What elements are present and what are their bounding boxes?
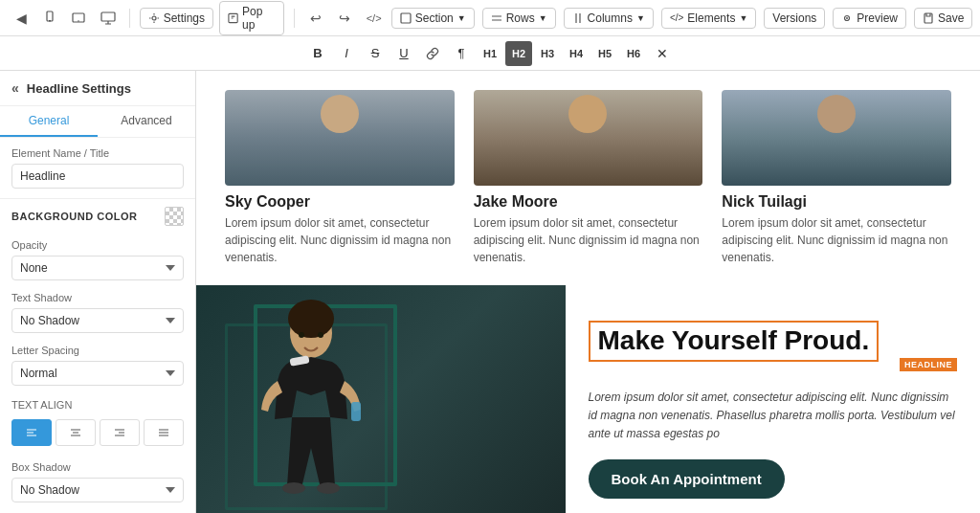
- align-right-button[interactable]: [100, 419, 140, 446]
- align-justify-button[interactable]: [144, 419, 184, 446]
- toolbar-left: ◀ Settings Pop up: [10, 1, 386, 35]
- tab-advanced[interactable]: Advanced: [98, 106, 195, 137]
- promo-body-text: Lorem ipsum dolor sit amet, consectetur …: [589, 389, 958, 444]
- italic-button[interactable]: I: [333, 41, 360, 66]
- element-name-input[interactable]: [11, 164, 184, 189]
- rows-button[interactable]: Rows ▼: [482, 8, 556, 29]
- tablet-view-button[interactable]: [67, 6, 90, 31]
- jake-photo: [474, 90, 703, 186]
- redo-button[interactable]: ↪: [333, 6, 356, 31]
- jake-bio: Lorem ipsum dolor sit amet, consectetur …: [474, 214, 703, 266]
- h1-button[interactable]: H1: [477, 41, 503, 66]
- format-toolbar: B I S U ¶ H1 H2 H3 H4 H5 H6 ✕: [0, 36, 980, 71]
- promo-headline-wrapper: Make Yourself Proud. HEADLINE: [589, 321, 958, 362]
- versions-button[interactable]: Versions: [764, 8, 825, 29]
- box-shadow-section: Box Shadow No Shadow: [0, 459, 195, 512]
- mobile-view-button[interactable]: [38, 6, 61, 31]
- book-appointment-button[interactable]: Book An Appointment: [589, 459, 785, 499]
- elements-button[interactable]: </> Elements ▼: [661, 8, 756, 29]
- align-center-button[interactable]: [56, 419, 96, 446]
- element-name-label: Element Name / Title: [11, 147, 184, 159]
- svg-point-3: [78, 20, 80, 22]
- link-button[interactable]: [419, 41, 446, 66]
- opacity-section: Opacity None: [0, 234, 195, 290]
- text-shadow-select[interactable]: No Shadow: [11, 308, 184, 333]
- team-member-nick: Nick Tuilagi Lorem ipsum dolor sit amet,…: [722, 90, 951, 266]
- sky-name: Sky Cooper: [225, 193, 455, 211]
- underline-button[interactable]: U: [390, 41, 417, 66]
- preview-button[interactable]: Preview: [833, 8, 906, 29]
- tab-general[interactable]: General: [0, 106, 98, 137]
- svg-point-13: [288, 300, 334, 338]
- opacity-select[interactable]: None: [11, 256, 184, 280]
- svg-point-16: [282, 482, 305, 494]
- clear-format-button[interactable]: ✕: [649, 41, 676, 66]
- svg-rect-7: [401, 13, 411, 23]
- promo-headline: Make Yourself Proud.: [589, 321, 880, 362]
- headline-badge: HEADLINE: [900, 358, 957, 371]
- canvas-area: Sky Cooper Lorem ipsum dolor sit amet, c…: [196, 71, 980, 513]
- h6-button[interactable]: H6: [620, 41, 647, 66]
- svg-point-19: [318, 332, 323, 338]
- save-button[interactable]: Save: [914, 8, 972, 29]
- svg-rect-0: [47, 11, 53, 21]
- box-shadow-label: Box Shadow: [11, 461, 184, 473]
- sky-photo: [225, 90, 455, 186]
- settings-button[interactable]: Settings: [140, 8, 213, 29]
- letter-spacing-label: Letter Spacing: [11, 345, 184, 356]
- align-left-button[interactable]: [11, 419, 52, 446]
- text-align-section: TEXT ALIGN: [0, 395, 195, 459]
- bg-color-label: BACKGROUND COLOR: [11, 211, 137, 222]
- svg-point-9: [846, 17, 848, 19]
- text-align-row: [11, 415, 184, 450]
- sky-bio: Lorem ipsum dolor sit amet, consectetur …: [225, 214, 455, 266]
- svg-rect-1: [49, 20, 51, 22]
- team-grid: Sky Cooper Lorem ipsum dolor sit amet, c…: [225, 90, 951, 266]
- svg-rect-10: [924, 13, 932, 23]
- main-layout: « Headline Settings General Advanced Ele…: [0, 71, 980, 513]
- popup-button[interactable]: Pop up: [219, 1, 284, 35]
- svg-rect-15: [351, 402, 361, 421]
- team-member-jake: Jake Moore Lorem ipsum dolor sit amet, c…: [474, 90, 703, 266]
- divider-2: [294, 9, 295, 28]
- top-toolbar: ◀ Settings Pop up: [0, 0, 980, 36]
- promo-text-area: Make Yourself Proud. HEADLINE Lorem ipsu…: [566, 285, 981, 513]
- letter-spacing-select[interactable]: Normal: [11, 361, 184, 386]
- team-member-sky: Sky Cooper Lorem ipsum dolor sit amet, c…: [225, 90, 455, 266]
- nick-bio: Lorem ipsum dolor sit amet, consectetur …: [722, 214, 951, 266]
- text-shadow-section: Text Shadow No Shadow: [0, 290, 195, 343]
- panel-header: « Headline Settings: [0, 71, 195, 106]
- nick-name: Nick Tuilagi: [722, 193, 951, 211]
- team-section: Sky Cooper Lorem ipsum dolor sit amet, c…: [196, 71, 980, 285]
- h2-button[interactable]: H2: [505, 41, 532, 66]
- code-button[interactable]: </>: [363, 6, 386, 31]
- back-button[interactable]: ◀: [10, 6, 33, 31]
- left-panel: « Headline Settings General Advanced Ele…: [0, 71, 196, 513]
- promo-image-area: [196, 285, 566, 513]
- h4-button[interactable]: H4: [563, 41, 590, 66]
- paragraph-button[interactable]: ¶: [448, 41, 475, 66]
- element-name-section: Element Name / Title: [0, 138, 195, 198]
- panel-title: Headline Settings: [27, 81, 131, 96]
- letter-spacing-section: Letter Spacing Normal: [0, 343, 195, 395]
- fitness-person-svg: [206, 295, 416, 513]
- box-shadow-select[interactable]: No Shadow: [11, 478, 184, 502]
- nick-photo: [722, 90, 951, 186]
- columns-button[interactable]: Columns ▼: [564, 8, 654, 29]
- strikethrough-button[interactable]: S: [362, 41, 389, 66]
- undo-button[interactable]: ↩: [304, 6, 327, 31]
- svg-point-17: [317, 482, 340, 494]
- toolbar-right: Section ▼ Rows ▼ Columns ▼ </> Elements …: [391, 6, 980, 31]
- h3-button[interactable]: H3: [534, 41, 561, 66]
- panel-tabs: General Advanced: [0, 106, 195, 138]
- h5-button[interactable]: H5: [591, 41, 618, 66]
- bg-color-row: BACKGROUND COLOR: [0, 198, 195, 234]
- section-button[interactable]: Section ▼: [391, 8, 475, 29]
- bold-button[interactable]: B: [304, 41, 331, 66]
- bg-color-picker[interactable]: [165, 207, 184, 226]
- panel-back-button[interactable]: «: [11, 80, 19, 96]
- svg-rect-4: [101, 12, 115, 21]
- opacity-label: Opacity: [11, 239, 184, 251]
- desktop-view-button[interactable]: [97, 6, 120, 31]
- svg-point-5: [152, 16, 156, 20]
